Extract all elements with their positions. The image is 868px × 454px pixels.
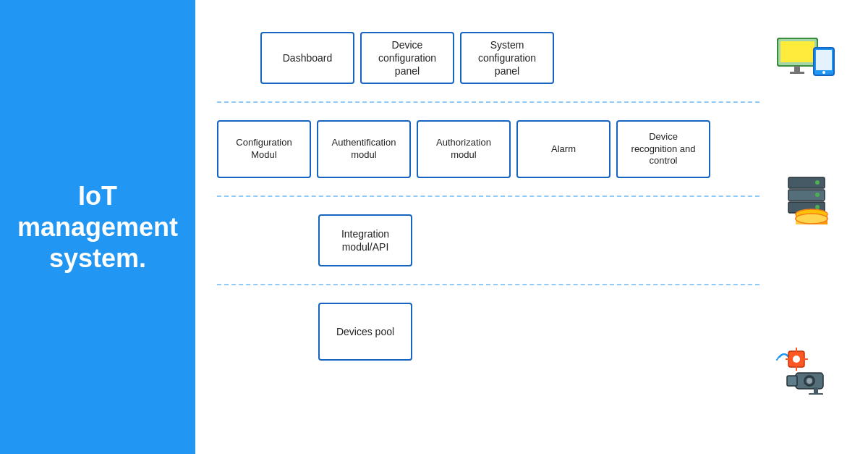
svg-point-13 [815,205,820,209]
separator-3 [217,284,760,285]
svg-point-25 [807,378,812,384]
device-recognition-box: Device recognition and control [616,120,710,178]
dashboard-box: Dashboard [260,32,354,84]
monitors-icon [774,35,839,85]
iot-camera-icon [774,344,843,395]
system-config-box: System configuration panel [460,32,554,84]
row2: Configuration Modul Authentification mod… [217,110,760,188]
app-title: IoT management system. [0,166,195,289]
devices-pool-box: Devices pool [318,303,412,361]
row1: Dashboard Device configuration panel Sys… [217,22,760,94]
svg-rect-4 [790,72,804,74]
diagram-area: Dashboard Device configuration panel Sys… [217,22,854,440]
svg-rect-2 [780,41,814,62]
alarm-box: Alarm [516,120,610,178]
separator-1 [217,101,760,103]
svg-point-7 [822,71,825,74]
svg-point-11 [815,180,820,185]
svg-rect-26 [787,376,797,386]
row3: Integration modul/API [217,204,760,277]
svg-point-12 [815,193,820,197]
device-config-box: Device configuration panel [360,32,454,84]
integration-box: Integration modul/API [318,214,412,266]
database-icon [783,174,841,232]
svg-point-22 [793,356,800,363]
right-panel: Dashboard Device configuration panel Sys… [195,0,868,454]
auth-modul-box: Authentification modul [317,120,411,178]
rows-container: Dashboard Device configuration panel Sys… [217,22,854,371]
svg-rect-28 [809,393,823,395]
left-panel: IoT management system. [0,0,195,454]
svg-point-18 [796,214,827,224]
svg-rect-3 [794,66,800,72]
authorization-modul-box: Authorization modul [417,120,511,178]
config-modul-box: Configuration Modul [217,120,311,178]
separator-2 [217,196,760,197]
svg-rect-6 [816,50,832,70]
row4: Devices pool [217,293,760,371]
